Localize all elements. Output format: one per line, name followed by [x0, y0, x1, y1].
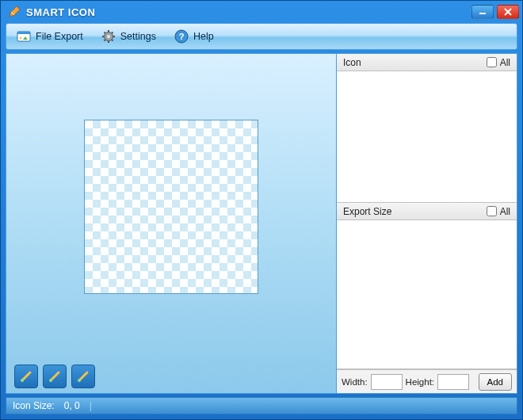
client-area: Icon All Export Size All Width: [6, 53, 517, 394]
icon-panel-header: Icon All [337, 54, 517, 71]
tool-row [6, 360, 336, 393]
statusbar: Icon Size: 0, 0 | [6, 397, 517, 414]
svg-point-17 [49, 379, 52, 382]
app-title: SMART ICON [26, 6, 471, 18]
tool-button-3[interactable] [71, 365, 95, 388]
pencil-icon [7, 5, 21, 19]
titlebar[interactable]: SMART ICON [1, 1, 522, 23]
height-label: Height: [406, 377, 434, 387]
settings-button[interactable]: Settings [96, 27, 161, 46]
export-panel-title: Export Size [343, 206, 391, 217]
svg-point-3 [20, 37, 22, 40]
app-window: SMART ICON File Export Settings ? [0, 0, 523, 420]
export-panel-header: Export Size All [337, 203, 517, 220]
status-separator: | [90, 400, 92, 411]
export-all-label: All [500, 206, 510, 217]
svg-point-5 [107, 35, 110, 38]
canvas-panel [6, 53, 337, 394]
side-panels: Icon All Export Size All Width: [337, 53, 517, 394]
minimize-button[interactable] [471, 5, 494, 19]
svg-rect-2 [17, 32, 30, 34]
height-input[interactable] [437, 374, 469, 390]
canvas-center [6, 54, 336, 360]
add-size-row: Width: Height: Add [337, 369, 517, 393]
close-button[interactable] [497, 5, 519, 19]
export-panel: Export Size All Width: Height: Add [337, 203, 517, 393]
file-export-button[interactable]: File Export [11, 27, 88, 46]
width-input[interactable] [371, 374, 403, 390]
svg-point-16 [21, 379, 24, 382]
export-size-list[interactable] [337, 220, 517, 369]
tool-button-1[interactable] [14, 365, 38, 388]
icon-list[interactable] [337, 71, 517, 203]
icon-panel: Icon All [337, 54, 517, 203]
icon-all-label: All [500, 57, 510, 68]
file-export-label: File Export [36, 31, 83, 42]
svg-line-12 [104, 40, 105, 41]
help-button[interactable]: ? Help [169, 27, 219, 46]
icon-panel-title: Icon [343, 57, 361, 68]
status-label: Icon Size: [13, 400, 55, 411]
settings-label: Settings [120, 31, 156, 42]
toolbar: File Export Settings ? Help [6, 23, 517, 50]
tool-button-2[interactable] [43, 365, 67, 388]
export-all-checkbox[interactable] [487, 206, 497, 216]
add-button[interactable]: Add [479, 373, 512, 391]
help-icon: ? [174, 29, 189, 44]
svg-line-13 [112, 32, 113, 34]
svg-text:?: ? [179, 32, 185, 41]
gear-icon [101, 29, 116, 44]
window-controls [471, 5, 519, 19]
svg-line-11 [112, 40, 113, 41]
icon-all-checkbox[interactable] [487, 57, 497, 67]
svg-point-18 [78, 379, 81, 382]
svg-line-10 [104, 32, 105, 34]
image-export-icon [16, 29, 32, 44]
help-label: Help [193, 31, 214, 42]
status-value: 0, 0 [64, 400, 80, 411]
width-label: Width: [342, 377, 368, 387]
svg-rect-0 [479, 13, 486, 14]
icon-canvas[interactable] [84, 120, 258, 294]
